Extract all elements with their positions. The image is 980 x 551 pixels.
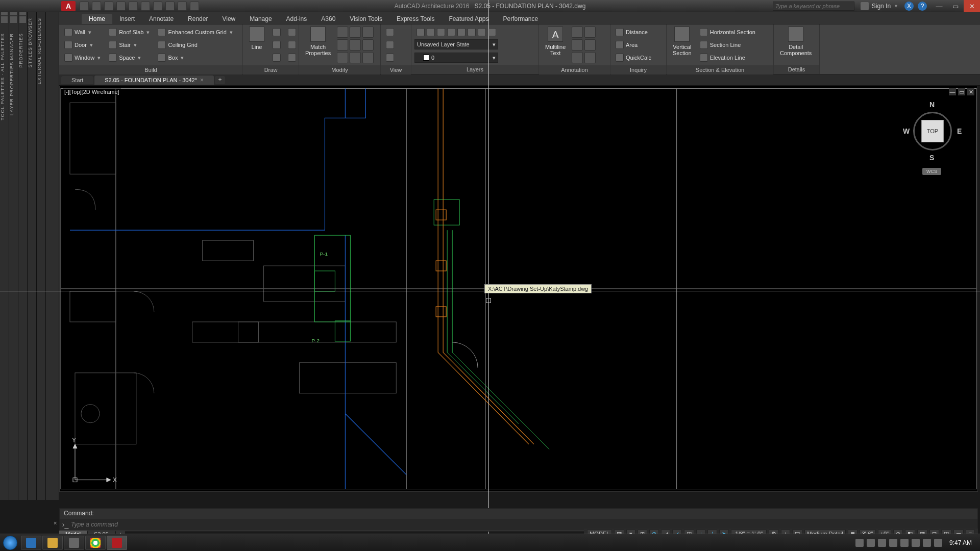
tab-home[interactable]: Home — [82, 14, 112, 24]
tray-icon[interactable] — [889, 539, 897, 547]
extend-icon[interactable] — [350, 52, 361, 63]
detail-button[interactable]: Detail Components — [777, 27, 815, 56]
taskbar-explorer[interactable] — [42, 536, 63, 550]
panel-inquiry-title[interactable]: Inquiry — [610, 65, 666, 74]
grid-button[interactable]: Enhanced Custom Grid▾ — [156, 27, 235, 38]
taskbar-ie[interactable] — [21, 536, 41, 550]
area-button[interactable]: Area — [614, 39, 653, 51]
match-props-button[interactable]: Match Properties — [302, 27, 334, 56]
minimize-button[interactable]: ― — [931, 0, 947, 12]
tab-view[interactable]: View — [215, 14, 242, 24]
qat-new-icon[interactable] — [80, 2, 89, 11]
layer-state-dropdown[interactable]: Unsaved Layer State▾ — [414, 39, 498, 49]
tab-performance[interactable]: Performance — [496, 14, 545, 24]
distance-button[interactable]: Distance — [614, 27, 653, 38]
tray-icon[interactable] — [878, 539, 886, 547]
anno-icon[interactable] — [584, 52, 596, 63]
exchange-icon[interactable]: X — [904, 2, 914, 11]
qat-print-icon[interactable] — [116, 2, 126, 11]
cmd-chevron-icon[interactable]: ›_ — [60, 520, 71, 529]
copy-icon[interactable] — [350, 27, 361, 38]
tab-insert[interactable]: Insert — [112, 14, 142, 24]
tray-icon[interactable] — [912, 539, 920, 547]
tray-icon[interactable] — [900, 539, 909, 547]
anno-icon[interactable] — [572, 52, 583, 63]
compass-n[interactable]: N — [929, 101, 935, 109]
tray-icon[interactable] — [867, 539, 875, 547]
viewcube[interactable]: TOP N S E W WCS — [901, 91, 962, 183]
wall-button[interactable]: Wall▾ — [62, 27, 104, 38]
close-tab-icon[interactable]: × — [200, 77, 204, 84]
table-icon[interactable] — [572, 39, 583, 51]
panel-details-title[interactable]: Details — [774, 65, 819, 74]
qat-icon[interactable] — [178, 2, 187, 11]
anno-icon[interactable] — [584, 39, 596, 51]
palette-layers[interactable]: LAYER PROPERTIES MANAGER — [9, 33, 14, 115]
stair-button[interactable]: Stair▾ — [107, 39, 153, 51]
window-button[interactable]: Window▾ — [62, 52, 104, 63]
tab-a360[interactable]: A360 — [314, 14, 342, 24]
sectionline-button[interactable]: Section Line — [698, 39, 757, 51]
viewport-label[interactable]: [-][Top][2D Wireframe] — [63, 88, 121, 95]
view-tool[interactable] — [384, 27, 396, 38]
vp-close-icon[interactable]: ✕ — [967, 88, 974, 95]
rotate-icon[interactable] — [337, 39, 348, 51]
array-icon[interactable] — [362, 52, 374, 63]
draw-tool[interactable] — [286, 27, 298, 38]
door-button[interactable]: Door▾ — [62, 39, 104, 51]
start-tab[interactable]: Start — [61, 76, 93, 84]
mirror-icon[interactable] — [350, 39, 361, 51]
close-button[interactable]: ✕ — [964, 0, 980, 12]
qat-redo-icon[interactable] — [141, 2, 150, 11]
drawing-canvas[interactable]: [-][Top][2D Wireframe] ― ▭ ✕ — [59, 86, 978, 492]
leader-icon[interactable] — [584, 27, 596, 38]
draw-tool[interactable] — [271, 39, 283, 51]
ceiling-button[interactable]: Ceiling Grid — [156, 39, 235, 51]
layer-dropdown[interactable]: 0▾ — [414, 53, 498, 63]
space-button[interactable]: Space▾ — [107, 52, 153, 63]
help-icon[interactable]: ? — [918, 2, 927, 11]
elevline-button[interactable]: Elevation Line — [698, 52, 757, 63]
compass-e[interactable]: E — [957, 127, 962, 135]
line-button[interactable]: Line — [246, 27, 267, 50]
taskbar-chrome[interactable] — [85, 536, 106, 550]
draw-tool[interactable] — [286, 39, 298, 51]
viewcube-face[interactable]: TOP — [921, 120, 944, 142]
stretch-icon[interactable] — [362, 27, 374, 38]
tab-annotate[interactable]: Annotate — [142, 14, 181, 24]
panel-build-title[interactable]: Build — [59, 65, 242, 74]
draw-tool[interactable] — [271, 52, 283, 63]
view-tool[interactable] — [384, 39, 396, 51]
taskbar-item[interactable] — [64, 536, 84, 550]
maximize-button[interactable]: ▭ — [947, 0, 964, 12]
mtext-button[interactable]: AMultiline Text — [542, 27, 569, 56]
qat-undo-icon[interactable] — [129, 2, 138, 11]
scale-icon[interactable] — [362, 39, 374, 51]
tab-featured[interactable]: Featured Apps — [442, 14, 496, 24]
qat-save-icon[interactable] — [104, 2, 113, 11]
qat-icon[interactable] — [165, 2, 175, 11]
tray-network-icon[interactable] — [934, 539, 942, 547]
qat-icon[interactable] — [153, 2, 162, 11]
qat-open-icon[interactable] — [92, 2, 101, 11]
signin-button[interactable]: Sign In▼ — [861, 2, 898, 10]
panel-annotation-title[interactable]: Annotation — [539, 65, 610, 74]
tab-manage[interactable]: Manage — [242, 14, 279, 24]
new-tab-button[interactable]: + — [215, 76, 225, 84]
taskbar-autocad[interactable] — [107, 536, 127, 550]
roofslab-button[interactable]: Roof Slab▾ — [107, 27, 153, 38]
tray-icon[interactable] — [855, 539, 864, 547]
hsection-button[interactable]: Horizontal Section — [698, 27, 757, 38]
tab-addins[interactable]: Add-ins — [279, 14, 314, 24]
box-button[interactable]: Box▾ — [156, 52, 235, 63]
draw-tool[interactable] — [286, 52, 298, 63]
start-button[interactable] — [0, 534, 20, 552]
wcs-label[interactable]: WCS — [922, 168, 941, 175]
palette-props[interactable]: PROPERTIES — [18, 33, 23, 68]
cmdline-close-icon[interactable]: × — [54, 520, 60, 526]
qat-icon[interactable] — [190, 2, 199, 11]
panel-draw-title[interactable]: Draw — [243, 65, 299, 74]
trim-icon[interactable] — [337, 52, 348, 63]
palette-tool[interactable]: TOOL PALETTES - ALL PALETTES — [0, 33, 5, 120]
tray-volume-icon[interactable] — [923, 539, 931, 547]
